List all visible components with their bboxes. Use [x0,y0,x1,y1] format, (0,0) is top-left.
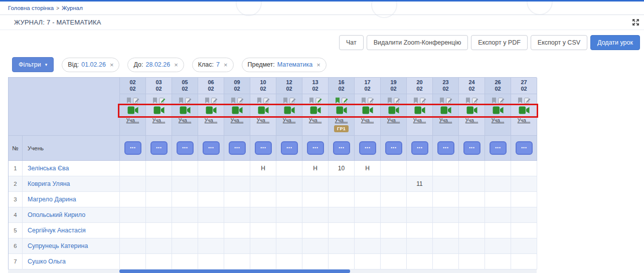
date-header-cell[interactable]: 1202 [276,78,302,94]
mark-cell[interactable]: Н [250,161,276,176]
mark-cell[interactable] [511,192,537,207]
date-header-cell[interactable]: 2402 [459,78,485,94]
edit-lesson-icon[interactable] [472,97,478,104]
mark-cell[interactable] [146,207,172,223]
mark-cell[interactable] [250,176,276,192]
mark-cell[interactable] [250,192,276,207]
edit-lesson-icon[interactable] [315,97,322,104]
edit-lesson-icon[interactable] [342,97,348,104]
mark-cell[interactable] [381,238,407,254]
mark-cell[interactable] [198,238,224,254]
date-header-cell[interactable]: 1302 [302,78,329,94]
mark-cell[interactable] [302,192,329,207]
mark-cell[interactable] [146,254,172,269]
date-header-cell[interactable]: 1902 [381,78,407,94]
participants-link[interactable]: Уча... [413,118,426,123]
participants-link[interactable]: Уча... [179,118,191,123]
mark-cell[interactable] [511,223,537,238]
mark-cell[interactable] [459,161,485,176]
mark-cell[interactable] [355,254,381,269]
mark-cell[interactable] [459,238,485,254]
video-camera-icon[interactable] [232,106,243,115]
mark-cell[interactable] [172,254,198,269]
date-header-cell[interactable]: 0202 [120,78,146,94]
participants-link[interactable]: Уча... [518,118,530,123]
mark-cell[interactable] [407,254,433,269]
mark-cell[interactable] [355,207,381,223]
breadcrumb-home-link[interactable]: Головна сторінка [8,5,54,11]
mark-cell[interactable] [276,207,302,223]
video-camera-icon[interactable] [440,106,451,115]
column-actions-button[interactable]: ... [359,141,376,155]
mark-cell[interactable] [146,161,172,176]
participants-link[interactable]: Уча... [439,118,452,123]
video-camera-icon[interactable] [258,106,269,115]
column-actions-button[interactable]: ... [203,141,220,155]
date-header-cell[interactable]: 2702 [511,78,537,94]
fullscreen-toggle-icon[interactable] [632,19,639,26]
mark-cell[interactable] [329,238,355,254]
video-camera-icon[interactable] [414,106,425,115]
video-camera-icon[interactable] [206,106,217,115]
mark-cell[interactable] [381,207,407,223]
video-camera-icon[interactable] [466,106,477,115]
mark-cell[interactable] [433,176,459,192]
mark-cell[interactable] [355,176,381,192]
column-actions-button[interactable]: ... [150,141,168,155]
mark-cell[interactable] [276,254,302,269]
mark-cell[interactable] [172,207,198,223]
participants-link[interactable]: Уча... [257,118,269,123]
mark-cell[interactable] [302,176,329,192]
edit-lesson-icon[interactable] [368,97,374,104]
mark-cell[interactable] [381,223,407,238]
mark-cell[interactable] [198,223,224,238]
mark-cell[interactable] [485,207,511,223]
edit-lesson-icon[interactable] [263,97,270,104]
mark-cell[interactable] [224,176,250,192]
mark-cell[interactable] [511,207,537,223]
mark-cell[interactable] [407,161,433,176]
date-header-cell[interactable]: 0502 [172,78,198,94]
mark-cell[interactable] [407,192,433,207]
edit-lesson-icon[interactable] [394,97,400,104]
mark-cell[interactable] [407,223,433,238]
student-name[interactable]: Супрунець Катерина [23,238,120,254]
mark-cell[interactable] [120,254,146,269]
edit-lesson-icon[interactable] [498,97,505,104]
mark-cell[interactable] [433,207,459,223]
video-camera-icon[interactable] [362,106,373,115]
edit-lesson-icon[interactable] [289,97,296,104]
mark-cell[interactable] [120,223,146,238]
mark-cell[interactable] [120,161,146,176]
mark-cell[interactable] [511,176,537,192]
mark-cell[interactable] [485,192,511,207]
mark-cell[interactable] [433,223,459,238]
mark-cell[interactable] [511,161,537,176]
video-camera-icon[interactable] [127,106,138,115]
student-name[interactable]: Магрело Дарина [23,192,120,207]
mark-cell[interactable] [120,176,146,192]
mark-cell[interactable] [511,238,537,254]
mark-cell[interactable] [172,176,198,192]
chip-remove-icon[interactable]: × [110,61,114,69]
participants-link[interactable]: Уча... [335,118,348,123]
chat-button[interactable]: Чат [339,35,364,50]
mark-cell[interactable] [485,161,511,176]
participants-link[interactable]: Уча... [309,118,321,123]
mark-cell[interactable]: Н [355,161,381,176]
mark-cell[interactable] [485,238,511,254]
edit-lesson-icon[interactable] [211,97,218,104]
mark-cell[interactable] [485,254,511,269]
column-actions-button[interactable]: ... [333,141,350,155]
filters-button[interactable]: Фільтри ▾ [12,57,54,72]
mark-cell[interactable] [276,238,302,254]
participants-link[interactable]: Уча... [152,118,165,123]
horizontal-scrollbar-thumb[interactable] [119,269,350,273]
mark-cell[interactable] [224,254,250,269]
student-name[interactable]: Сергійчук Анастасія [23,223,120,238]
date-header-cell[interactable]: 0302 [146,78,172,94]
mark-cell[interactable] [381,176,407,192]
student-name[interactable]: Зелінська Єва [23,161,120,176]
mark-cell[interactable] [355,223,381,238]
export-csv-button[interactable]: Експорт у CSV [531,35,587,50]
